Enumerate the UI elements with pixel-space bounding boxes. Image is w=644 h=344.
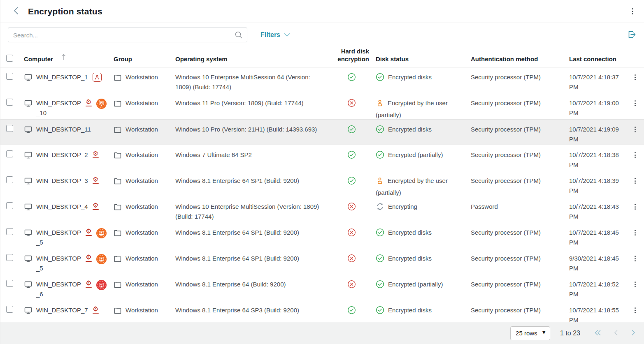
first-page-button[interactable]: [593, 328, 603, 339]
table-row[interactable]: WIN_DESKTOP_1WorkstationWindows 10 Enter…: [0, 67, 644, 93]
group-name: Workstation: [126, 125, 158, 134]
computer-monitor-icon: [24, 126, 33, 134]
row-menu-button[interactable]: [631, 99, 639, 108]
folder-icon: [114, 255, 122, 262]
filters-button[interactable]: Filters: [260, 31, 290, 39]
row-checkbox[interactable]: [6, 73, 13, 80]
column-header-authentication-method[interactable]: Authentication method: [465, 55, 564, 67]
column-header-computer[interactable]: Computer: [17, 53, 108, 67]
encryption-ok-icon: [347, 176, 356, 188]
double-chevron-left-icon: [594, 329, 602, 337]
authentication-method-cell: Security processor (TPM): [465, 275, 564, 300]
row-menu-button[interactable]: [631, 306, 639, 315]
hard-disk-encryption-cell: [332, 249, 370, 275]
encryption-fail-icon: [347, 99, 356, 110]
folder-icon: [114, 100, 122, 107]
row-checkbox[interactable]: [6, 202, 13, 209]
authentication-method-cell: Security processor (TPM): [465, 67, 564, 93]
disk-status-label: Encrypted (partially): [388, 151, 443, 158]
computer-cell: WIN_DESKTOP_3⚙: [17, 171, 108, 198]
column-header-hard-disk-encryption[interactable]: Hard disk encryption: [332, 47, 370, 67]
computer-name: WIN_DESKTOP_4: [36, 202, 88, 212]
select-all-checkbox[interactable]: [6, 55, 13, 62]
kebab-icon: [635, 178, 636, 179]
authentication-method-cell: Password: [465, 197, 564, 223]
row-menu-button[interactable]: [631, 176, 639, 185]
row-menu-button[interactable]: [631, 125, 639, 134]
row-checkbox[interactable]: [6, 306, 13, 313]
row-menu-button[interactable]: [631, 280, 639, 289]
column-label: Computer: [24, 55, 53, 63]
computer-monitor-icon: [24, 99, 33, 107]
row-checkbox[interactable]: [6, 254, 13, 261]
export-button[interactable]: [625, 28, 638, 42]
monitor-gear-badge-icon: [96, 254, 107, 264]
table-row[interactable]: WIN_DESKTOP_6⚙WorkstationWindows 8.1 Ent…: [0, 275, 644, 300]
pagination-bar: 25 rows ▼ 1 to 23: [0, 322, 644, 344]
operating-system-cell: Windows 8.1 Enterprise 64 SP1 (Build: 92…: [170, 171, 332, 198]
column-header-disk-status[interactable]: Disk status: [370, 55, 465, 67]
table-row[interactable]: WIN_DESKTOP_11WorkstationWindows 10 Pro …: [0, 119, 644, 145]
computer-monitor-icon: [24, 307, 33, 314]
last-connection-cell: 10/7/2021 4:18:45 PM: [564, 223, 625, 249]
table-row[interactable]: WIN_DESKTOP_10⚙WorkstationWindows 11 Pro…: [0, 93, 644, 119]
row-checkbox[interactable]: [6, 228, 13, 235]
row-menu-button[interactable]: [631, 202, 639, 211]
disk-status-cell: Encrypted disks: [370, 120, 465, 145]
gear-update-pending-icon: ⚙: [93, 176, 99, 184]
group-name: Workstation: [126, 72, 158, 82]
computer-name: WIN_DESKTOP_6: [36, 279, 81, 299]
table-row[interactable]: WIN_DESKTOP_2⚙WorkstationWindows 7 Ultim…: [0, 145, 644, 171]
row-menu-cell: [625, 93, 644, 120]
disk-status-cell: Encrypted disks: [370, 249, 465, 275]
row-checkbox[interactable]: [6, 280, 13, 287]
folder-icon: [114, 152, 122, 159]
encryption-ok-icon: [347, 150, 356, 162]
table-row[interactable]: WIN_DESKTOP_5⚙WorkstationWindows 8.1 Ent…: [0, 223, 644, 249]
row-checkbox[interactable]: [6, 150, 13, 157]
operating-system-cell: Windows 11 Pro (Version: 1809) (Build: 1…: [170, 93, 332, 120]
disk-status-cell: Encrypted by the user (partially): [370, 93, 465, 120]
row-checkbox[interactable]: [6, 176, 13, 183]
page-size-select[interactable]: 25 rows: [510, 326, 550, 340]
disk-status-label: Encrypted disks: [388, 126, 432, 133]
computer-name: WIN_DESKTOP_10: [36, 98, 81, 118]
table-row[interactable]: WIN_DESKTOP_4⚙WorkstationWindows 10 Ente…: [0, 197, 644, 223]
kebab-icon: [635, 204, 636, 205]
row-menu-button[interactable]: [631, 254, 639, 263]
table-row[interactable]: WIN_DESKTOP_3⚙WorkstationWindows 8.1 Ent…: [0, 171, 644, 197]
previous-page-button[interactable]: [612, 328, 620, 339]
row-menu-button[interactable]: [631, 73, 639, 82]
search-button[interactable]: [234, 30, 243, 41]
back-button[interactable]: [12, 5, 21, 17]
encryption-fail-icon: [347, 228, 356, 240]
page-menu-button[interactable]: [629, 7, 637, 16]
row-checkbox[interactable]: [6, 99, 13, 106]
search-input[interactable]: [8, 28, 247, 42]
computer-name: WIN_DESKTOP_2: [36, 150, 88, 160]
row-checkbox[interactable]: [6, 125, 13, 132]
group-cell: Workstation: [108, 120, 170, 145]
table-row[interactable]: WIN_DESKTOP_5⚙WorkstationWindows 8.1 Ent…: [0, 249, 644, 275]
computer-monitor-icon: [24, 281, 33, 289]
operating-system-cell: Windows 10 Pro (Version: 21H1) (Build: 1…: [170, 120, 332, 145]
column-header-last-connection[interactable]: Last connection: [564, 55, 625, 67]
gear-update-pending-icon: ⚙: [86, 254, 92, 262]
column-header-os[interactable]: Operating system: [170, 55, 332, 67]
column-header-group[interactable]: Group: [108, 55, 170, 67]
user-session-badge-icon: [93, 73, 102, 82]
operating-system-cell: Windows 8.1 Enterprise 64 SP1 (Build: 92…: [170, 249, 332, 275]
authentication-method-cell: Security processor (TPM): [465, 145, 564, 171]
row-menu-button[interactable]: [631, 150, 639, 159]
row-checkbox-cell: [0, 223, 17, 249]
disk-status-cell: Encrypted by the user (partially): [370, 171, 465, 198]
row-menu-button[interactable]: [631, 228, 639, 237]
check-circle-icon: [376, 150, 384, 162]
check-circle-icon: [376, 125, 384, 136]
operating-system-cell: Windows 8.1 Enterprise 64 (Build: 9200): [170, 275, 332, 300]
next-page-button[interactable]: [629, 328, 637, 339]
row-checkbox-cell: [0, 197, 17, 223]
computer-name: WIN_DESKTOP_11: [36, 125, 91, 134]
search-box: [8, 28, 247, 42]
encryption-ok-icon: [347, 125, 356, 136]
